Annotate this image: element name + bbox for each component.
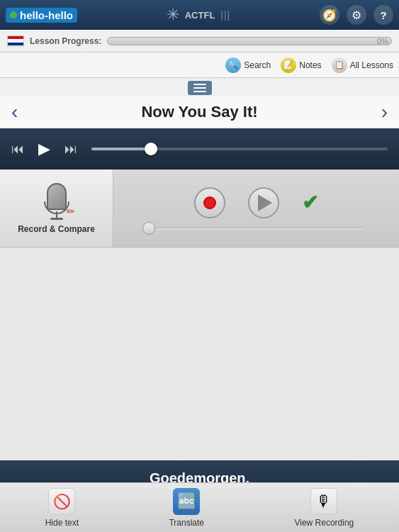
- microphone-icon: ✏: [38, 183, 75, 220]
- notes-nav-item[interactable]: 📝 Notes: [281, 57, 321, 73]
- all-lessons-nav-icon: 📋: [332, 57, 347, 73]
- logo-area[interactable]: hello-hello: [6, 8, 77, 23]
- hide-text-button[interactable]: 🚫 Hide text: [45, 488, 79, 528]
- hide-text-icon-glyph: 🚫: [53, 493, 71, 510]
- bottom-navigation: 🚫 Hide text 🔤 Translate 🎙 View Recording: [0, 482, 399, 532]
- top-right-icons: 🧭 ⚙ ?: [320, 5, 393, 25]
- translate-button[interactable]: 🔤 Translate: [169, 488, 204, 528]
- top-navigation-bar: hello-hello ✳ ACTFL ||| 🧭 ⚙ ?: [0, 0, 399, 30]
- search-nav-label: Search: [244, 60, 271, 70]
- record-right-panel: ✔: [113, 170, 399, 247]
- sub-navigation: 🔍 Search 📝 Notes 📋 All Lessons: [0, 52, 399, 78]
- bars-icon: |||: [220, 9, 230, 21]
- play-button[interactable]: ▶: [38, 140, 50, 158]
- audio-progress-done: [91, 148, 151, 150]
- view-recording-label: View Recording: [294, 518, 354, 528]
- search-nav-icon: 🔍: [225, 57, 241, 73]
- hide-text-icon: 🚫: [48, 488, 75, 515]
- all-lessons-nav-label: All Lessons: [350, 60, 393, 70]
- top-center-area: ✳ ACTFL |||: [167, 6, 231, 24]
- prev-page-arrow[interactable]: ‹: [11, 102, 18, 122]
- snowflake-icon: ✳: [167, 6, 179, 24]
- menu-line-2: [193, 87, 206, 89]
- audio-player: ⏮ ▶ ⏭: [0, 128, 399, 170]
- translate-label: Translate: [169, 518, 204, 528]
- compass-icon[interactable]: 🧭: [320, 5, 339, 25]
- next-page-arrow[interactable]: ›: [381, 102, 388, 122]
- rewind-button[interactable]: ⏮: [11, 142, 24, 157]
- edit-pencil-icon: ✏: [67, 206, 75, 217]
- lesson-progress-label: Lesson Progress:: [30, 36, 101, 46]
- actfl-label: ACTFL: [185, 10, 215, 21]
- search-nav-item[interactable]: 🔍 Search: [225, 57, 271, 73]
- page-title-area: ‹ Now You Say It! ›: [0, 96, 399, 128]
- translate-icon-glyph: 🔤: [177, 492, 196, 511]
- all-lessons-nav-item[interactable]: 📋 All Lessons: [332, 57, 393, 73]
- view-recording-button[interactable]: 🎙 View Recording: [294, 488, 354, 528]
- progress-percent: 0%: [377, 37, 388, 45]
- playback-button[interactable]: [248, 187, 279, 218]
- settings-icon[interactable]: ⚙: [347, 5, 366, 25]
- menu-bar-area: [0, 78, 399, 96]
- record-compare-label: Record & Compare: [18, 224, 95, 234]
- record-playback-slider[interactable]: [149, 227, 364, 230]
- fast-forward-button[interactable]: ⏭: [64, 142, 77, 157]
- notes-nav-icon: 📝: [281, 57, 296, 73]
- lesson-progress-bar: Lesson Progress: 0%: [0, 30, 399, 52]
- notes-nav-label: Notes: [299, 60, 321, 70]
- logo-text: hello-hello: [20, 9, 73, 21]
- progress-track: 0%: [107, 37, 392, 45]
- audio-progress-bar[interactable]: [91, 148, 388, 150]
- hide-text-label: Hide text: [45, 518, 79, 528]
- record-left-panel[interactable]: ✏ Record & Compare: [0, 170, 113, 247]
- view-recording-icon: 🎙: [310, 488, 337, 515]
- record-dot: [203, 196, 216, 209]
- dutch-flag: [7, 35, 24, 47]
- record-controls: ✔: [194, 187, 318, 218]
- record-button[interactable]: [194, 187, 225, 218]
- translate-icon: 🔤: [173, 488, 200, 515]
- mic-base: [50, 218, 63, 220]
- play-triangle-icon: [258, 194, 272, 211]
- checkmark-icon: ✔: [302, 192, 318, 214]
- content-area: [0, 248, 399, 354]
- menu-line-1: [193, 84, 206, 85]
- hamburger-menu[interactable]: [188, 81, 212, 95]
- help-icon[interactable]: ?: [373, 5, 393, 25]
- logo-dot: [10, 11, 17, 18]
- confirm-button[interactable]: ✔: [302, 191, 318, 214]
- audio-progress-knob[interactable]: [145, 143, 157, 155]
- view-recording-icon-glyph: 🎙: [316, 492, 332, 511]
- logo: hello-hello: [6, 8, 77, 23]
- record-slider-knob: [142, 222, 155, 235]
- page-title: Now You Say It!: [141, 103, 257, 121]
- menu-line-3: [193, 91, 206, 92]
- record-section: ✏ Record & Compare ✔: [0, 170, 399, 248]
